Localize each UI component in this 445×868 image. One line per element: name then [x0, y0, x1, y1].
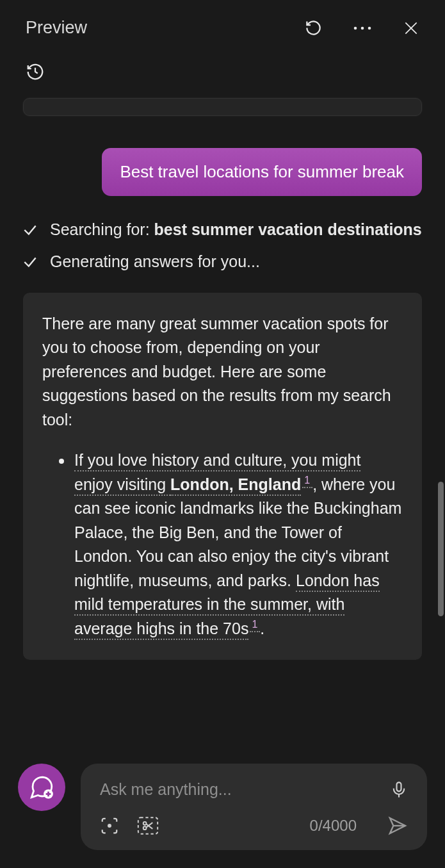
history-button[interactable] — [26, 62, 45, 81]
send-button[interactable] — [387, 815, 408, 836]
send-icon — [387, 815, 408, 836]
scrollbar-thumb[interactable] — [438, 482, 444, 616]
page-title: Preview — [26, 18, 305, 38]
svg-point-10 — [108, 824, 111, 827]
prompt-input[interactable] — [100, 780, 390, 799]
mic-icon — [390, 781, 408, 799]
more-icon — [353, 26, 372, 31]
refresh-button[interactable] — [305, 19, 322, 37]
conversation-scroll[interactable]: Best travel locations for summer break S… — [0, 90, 445, 731]
svg-point-1 — [361, 26, 364, 29]
assistant-response: There are many great summer vacation spo… — [23, 293, 422, 660]
composer: 0/4000 — [81, 764, 427, 850]
check-icon — [22, 254, 38, 273]
close-button[interactable] — [403, 20, 419, 37]
svg-point-12 — [143, 822, 147, 825]
svg-point-0 — [354, 26, 357, 29]
svg-rect-8 — [397, 782, 401, 791]
history-icon — [26, 62, 45, 81]
scissors-icon — [137, 816, 159, 835]
more-options-button[interactable] — [353, 26, 372, 31]
mic-button[interactable] — [390, 781, 408, 799]
status-searching: Searching for: best summer vacation dest… — [18, 218, 427, 241]
svg-point-2 — [368, 26, 371, 29]
user-message-bubble: Best travel locations for summer break — [102, 148, 422, 196]
status-generating-text: Generating answers for you... — [50, 250, 260, 273]
response-intro: There are many great summer vacation spo… — [42, 312, 403, 432]
char-counter: 0/4000 — [310, 817, 357, 835]
visual-search-button[interactable] — [100, 816, 119, 835]
citation-link[interactable]: 1 — [302, 475, 312, 488]
new-topic-button[interactable] — [18, 764, 65, 811]
status-generating: Generating answers for you... — [18, 250, 427, 273]
prev-card-truncated — [23, 98, 422, 116]
clip-button[interactable] — [137, 816, 159, 835]
check-icon — [22, 222, 38, 241]
new-chat-icon — [28, 774, 55, 801]
close-icon — [403, 20, 419, 37]
response-list-item: If you love history and culture, you mig… — [73, 448, 403, 641]
refresh-icon — [305, 19, 322, 37]
visual-search-icon — [100, 816, 119, 835]
header-actions — [305, 19, 419, 37]
svg-point-13 — [143, 826, 147, 830]
status-search-text: Searching for: best summer vacation dest… — [50, 218, 422, 241]
citation-link[interactable]: 1 — [250, 619, 260, 632]
